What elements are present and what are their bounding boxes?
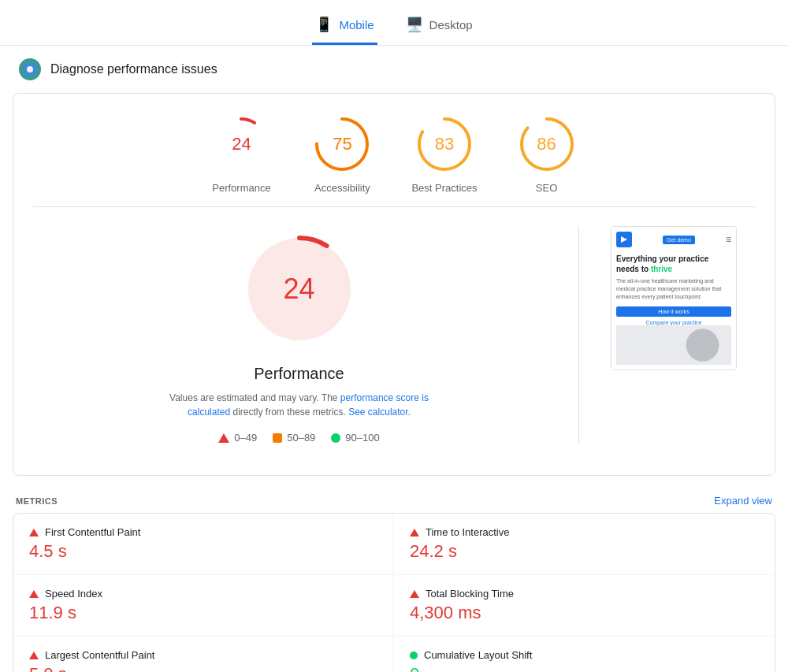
metric-tbt-header: Total Blocking Time — [410, 588, 759, 600]
score-circle-seo: 86 — [515, 113, 578, 176]
metric-cls-name: Cumulative Layout Shift — [424, 649, 532, 661]
svg-point-1 — [27, 66, 33, 72]
screenshot-compare-link: Compare your practice — [616, 320, 731, 325]
best-practices-score-label: Best Practices — [411, 182, 477, 194]
metrics-section-label: METRICS — [16, 496, 58, 506]
legend-red-label: 0–49 — [234, 432, 257, 444]
metric-fcp-value: 4.5 s — [29, 541, 377, 562]
legend-green-label: 90–100 — [345, 432, 379, 444]
screenshot-action-btn: How it works — [616, 306, 731, 317]
score-circle-best-practices: 83 — [413, 113, 476, 176]
tab-bar: 📱 Mobile 🖥️ Desktop — [0, 0, 788, 46]
vertical-divider — [578, 226, 579, 444]
tab-mobile-label: Mobile — [339, 18, 374, 32]
metric-fcp-name: First Contentful Paint — [45, 526, 140, 538]
svg-point-13 — [686, 329, 719, 362]
metric-fcp: First Contentful Paint 4.5 s — [13, 514, 394, 575]
seo-score-value: 86 — [537, 134, 556, 154]
score-best-practices: 83 Best Practices — [411, 113, 477, 194]
metrics-grid: First Contentful Paint 4.5 s Time to Int… — [13, 513, 775, 672]
metric-lcp-header: Largest Contentful Paint — [29, 649, 377, 661]
metric-si-value: 11.9 s — [29, 603, 377, 623]
big-score-circle: 24 — [236, 226, 362, 352]
metric-si: Speed Index 11.9 s — [13, 575, 394, 637]
metric-cls-value: 0 — [410, 664, 759, 672]
screenshot-logo — [616, 232, 632, 247]
accessibility-score-value: 75 — [333, 134, 351, 154]
legend-red: 0–49 — [218, 432, 257, 444]
legend-orange-icon — [273, 433, 282, 443]
metric-tti-icon — [410, 529, 419, 536]
scores-row: 24 Performance 75 Accessibility — [32, 113, 756, 207]
screenshot-headline: Everything your practice needs to thrive — [616, 254, 731, 274]
score-circle-accessibility: 75 — [310, 113, 374, 176]
calculator-link[interactable]: See calculator. — [348, 407, 411, 418]
legend-orange: 50–89 — [273, 432, 315, 444]
metric-cls: Cumulative Layout Shift 0 — [394, 637, 775, 672]
tab-mobile[interactable]: 📱 Mobile — [312, 9, 377, 45]
metric-si-name: Speed Index — [45, 588, 102, 600]
legend-green-icon — [331, 433, 340, 443]
screenshot-nav: Get demo ≡ — [616, 232, 731, 247]
metric-tbt-name: Total Blocking Time — [426, 588, 514, 600]
screenshot-menu-icon: ≡ — [726, 234, 731, 245]
score-card: 24 Performance 75 Accessibility — [13, 93, 775, 476]
metric-si-header: Speed Index — [29, 588, 377, 600]
metric-si-icon — [29, 590, 39, 598]
score-seo: 86 SEO — [515, 113, 578, 194]
metric-lcp-value: 5.0 s — [29, 664, 377, 672]
mobile-icon: 📱 — [315, 16, 333, 33]
metric-fcp-header: First Contentful Paint — [29, 526, 377, 538]
metric-tti-header: Time to Interactive — [410, 526, 759, 538]
screenshot-card: Get demo ≡ Everything your practice need… — [611, 226, 737, 370]
desktop-icon: 🖥️ — [406, 16, 423, 33]
screenshot-cta-btn: Get demo — [663, 236, 695, 244]
expand-view-button[interactable]: Expand view — [714, 495, 772, 507]
performance-note: Values are estimated and may vary. The p… — [150, 391, 449, 419]
screenshot-preview: Get demo ≡ Everything your practice need… — [611, 226, 737, 444]
metric-cls-icon — [410, 652, 418, 659]
tab-desktop[interactable]: 🖥️ Desktop — [403, 9, 476, 45]
metric-tbt-icon — [410, 590, 419, 598]
screenshot-content: Get demo ≡ Everything your practice need… — [611, 227, 736, 369]
main-content: 24 Performance Values are estimated and … — [32, 207, 756, 456]
score-accessibility: 75 Accessibility — [310, 113, 374, 194]
score-circle-performance: 24 — [210, 113, 273, 176]
metric-cls-header: Cumulative Layout Shift — [410, 649, 759, 661]
legend-green: 90–100 — [331, 432, 379, 444]
metric-lcp: Largest Contentful Paint 5.0 s — [13, 637, 394, 672]
legend-red-icon — [218, 433, 229, 443]
screenshot-body-text: The all-in-one healthcare marketing and … — [616, 277, 731, 300]
seo-score-label: SEO — [536, 182, 557, 194]
header-icon — [19, 58, 41, 80]
metrics-header: METRICS Expand view — [13, 488, 775, 513]
metric-tbt: Total Blocking Time 4,300 ms — [394, 575, 775, 637]
page-header: Diagnose performance issues — [0, 46, 788, 93]
page-title: Diagnose performance issues — [50, 62, 217, 76]
metric-tti: Time to Interactive 24.2 s — [394, 514, 775, 575]
metric-tti-name: Time to Interactive — [426, 526, 509, 538]
score-performance: 24 Performance — [210, 113, 273, 194]
performance-score-label: Performance — [212, 182, 270, 194]
metric-fcp-icon — [29, 529, 39, 536]
best-practices-score-value: 83 — [435, 134, 454, 154]
legend: 0–49 50–89 90–100 — [218, 432, 379, 444]
big-performance-value: 24 — [283, 273, 314, 306]
tab-desktop-label: Desktop — [429, 18, 473, 32]
performance-detail: 24 Performance Values are estimated and … — [51, 226, 547, 444]
legend-orange-label: 50–89 — [287, 432, 315, 444]
performance-title: Performance — [254, 365, 344, 383]
metric-lcp-name: Largest Contentful Paint — [45, 649, 154, 661]
screenshot-image — [616, 325, 731, 365]
performance-score-value: 24 — [232, 134, 251, 154]
metric-tti-value: 24.2 s — [410, 541, 759, 562]
metrics-section: METRICS Expand view First Contentful Pai… — [13, 488, 775, 672]
accessibility-score-label: Accessibility — [314, 182, 370, 194]
metric-lcp-icon — [29, 652, 39, 659]
metric-tbt-value: 4,300 ms — [410, 603, 759, 623]
